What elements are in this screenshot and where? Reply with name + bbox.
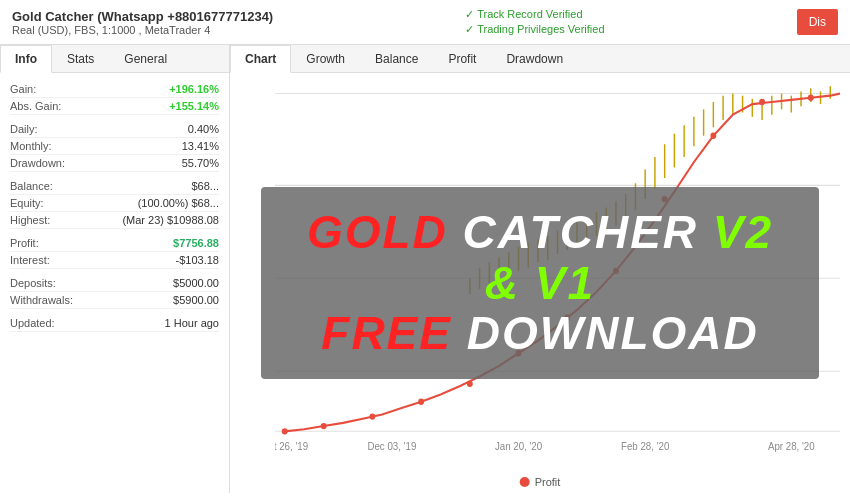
left-panel: Info Stats General Gain: +196.16% Abs. G…	[0, 45, 230, 493]
chart-area: $10K $7.5K $5K $2.5K $0	[230, 73, 850, 493]
tab-info[interactable]: Info	[0, 45, 52, 73]
gain-label: Gain:	[10, 83, 36, 95]
legend-label: Profit	[535, 476, 561, 488]
row-interest: Interest: -$103.18	[10, 252, 219, 269]
svg-point-49	[321, 423, 327, 429]
overlay-free: FREE	[321, 307, 452, 359]
drawdown-value: 55.70%	[182, 157, 219, 169]
trading-privileges-verified: Trading Privileges Verified	[465, 23, 604, 36]
balance-value: $68...	[191, 180, 219, 192]
account-title: Gold Catcher (Whatsapp +8801677771234)	[12, 9, 273, 24]
svg-point-52	[467, 381, 473, 387]
row-deposits: Deposits: $5000.00	[10, 275, 219, 292]
deposits-label: Deposits:	[10, 277, 56, 289]
row-balance: Balance: $68...	[10, 178, 219, 195]
track-record-verified: Track Record Verified	[465, 8, 604, 21]
overlay-line1: GOLD CATCHER V2 & V1	[291, 207, 789, 308]
updated-value: 1 Hour ago	[165, 317, 219, 329]
account-subtitle: Real (USD), FBS, 1:1000 , MetaTrader 4	[12, 24, 273, 36]
header-verification: Track Record Verified Trading Privileges…	[465, 8, 604, 36]
svg-point-59	[808, 95, 814, 101]
profit-label: Profit:	[10, 237, 39, 249]
tab-chart[interactable]: Chart	[230, 45, 291, 73]
overlay-gold: GOLD	[307, 206, 448, 258]
abs-gain-label: Abs. Gain:	[10, 100, 61, 112]
info-tabs-bar: Info Stats General	[0, 45, 229, 73]
abs-gain-value: +155.14%	[169, 100, 219, 112]
equity-value: (100.00%) $68...	[138, 197, 219, 209]
daily-value: 0.40%	[188, 123, 219, 135]
svg-text:Feb 28, '20: Feb 28, '20	[621, 441, 670, 452]
monthly-label: Monthly:	[10, 140, 52, 152]
svg-point-51	[418, 399, 424, 405]
svg-text:Apr 28, '20: Apr 28, '20	[768, 441, 815, 452]
withdrawals-label: Withdrawals:	[10, 294, 73, 306]
overlay-catcher: CATCHER	[463, 206, 698, 258]
tab-general[interactable]: General	[109, 45, 182, 72]
overlay-banner: GOLD CATCHER V2 & V1 FREE DOWNLOAD	[261, 187, 819, 379]
tab-balance[interactable]: Balance	[360, 45, 433, 72]
withdrawals-value: $5900.00	[173, 294, 219, 306]
legend-dot	[520, 477, 530, 487]
row-updated: Updated: 1 Hour ago	[10, 315, 219, 332]
row-equity: Equity: (100.00%) $68...	[10, 195, 219, 212]
svg-text:Oct 26, '19: Oct 26, '19	[275, 441, 308, 452]
svg-point-57	[710, 133, 716, 139]
equity-label: Equity:	[10, 197, 44, 209]
row-gain: Gain: +196.16%	[10, 81, 219, 98]
right-panel: Chart Growth Balance Profit Drawdown $10…	[230, 45, 850, 493]
svg-text:Dec 03, '19: Dec 03, '19	[367, 441, 416, 452]
row-drawdown: Drawdown: 55.70%	[10, 155, 219, 172]
svg-text:Jan 20, '20: Jan 20, '20	[495, 441, 543, 452]
chart-tabs-bar: Chart Growth Balance Profit Drawdown	[230, 45, 850, 73]
deposits-value: $5000.00	[173, 277, 219, 289]
row-monthly: Monthly: 13.41%	[10, 138, 219, 155]
balance-label: Balance:	[10, 180, 53, 192]
overlay-download: DOWNLOAD	[467, 307, 759, 359]
header-left: Gold Catcher (Whatsapp +8801677771234) R…	[12, 9, 273, 36]
drawdown-label: Drawdown:	[10, 157, 65, 169]
tab-growth[interactable]: Growth	[291, 45, 360, 72]
tab-profit[interactable]: Profit	[433, 45, 491, 72]
row-withdrawals: Withdrawals: $5900.00	[10, 292, 219, 309]
header: Gold Catcher (Whatsapp +8801677771234) R…	[0, 0, 850, 45]
row-profit: Profit: $7756.88	[10, 235, 219, 252]
profit-value: $7756.88	[173, 237, 219, 249]
row-daily: Daily: 0.40%	[10, 121, 219, 138]
monthly-value: 13.41%	[182, 140, 219, 152]
interest-label: Interest:	[10, 254, 50, 266]
svg-point-50	[369, 413, 375, 419]
tab-stats[interactable]: Stats	[52, 45, 109, 72]
tab-drawdown[interactable]: Drawdown	[491, 45, 578, 72]
row-abs-gain: Abs. Gain: +155.14%	[10, 98, 219, 115]
updated-label: Updated:	[10, 317, 55, 329]
chart-legend: Profit	[520, 476, 561, 488]
highest-label: Highest:	[10, 214, 50, 226]
row-highest: Highest: (Mar 23) $10988.08	[10, 212, 219, 229]
svg-point-58	[759, 99, 765, 105]
overlay-line2: FREE DOWNLOAD	[291, 308, 789, 359]
daily-label: Daily:	[10, 123, 38, 135]
dis-button[interactable]: Dis	[797, 9, 838, 35]
info-table: Gain: +196.16% Abs. Gain: +155.14% Daily…	[0, 73, 229, 493]
interest-value: -$103.18	[176, 254, 219, 266]
svg-point-48	[282, 428, 288, 434]
gain-value: +196.16%	[169, 83, 219, 95]
highest-value: (Mar 23) $10988.08	[122, 214, 219, 226]
main-area: Info Stats General Gain: +196.16% Abs. G…	[0, 45, 850, 493]
